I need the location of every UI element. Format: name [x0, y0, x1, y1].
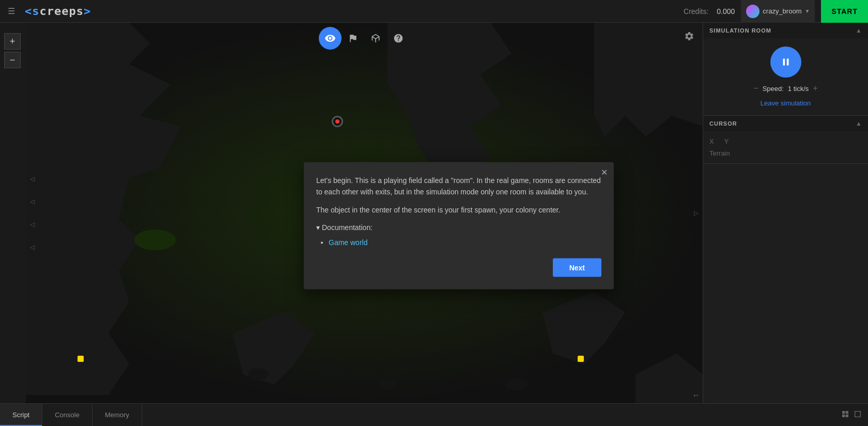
- avatar: [746, 5, 760, 18]
- tab-memory[interactable]: Memory: [92, 404, 142, 426]
- tab-memory-label: Memory: [105, 411, 129, 419]
- dialog-paragraph-1: Let's begin. This is a playing field cal…: [316, 175, 601, 198]
- zoom-in-button[interactable]: +: [4, 33, 21, 50]
- topbar-right: Credits: 0.000 crazy_broom ▼ START: [684, 0, 868, 23]
- svg-point-0: [134, 230, 176, 250]
- menu-button[interactable]: ☰: [0, 0, 23, 23]
- dialog-footer: Next: [316, 258, 601, 277]
- cursor-content: X Y Terrain: [703, 131, 868, 163]
- x-coord-label: X: [709, 138, 714, 145]
- username-label: crazy_broom: [763, 7, 801, 15]
- speed-label: Speed:: [763, 85, 784, 93]
- creep-dot: [335, 119, 339, 124]
- docs-header-label: Documentation:: [322, 222, 373, 233]
- bottom-right-marker: ↩: [693, 392, 699, 399]
- pause-button[interactable]: [770, 47, 801, 78]
- cursor-section-header[interactable]: CURSOR ▲: [703, 116, 868, 131]
- flag-icon: [348, 33, 358, 43]
- bottom-right-icons: [841, 404, 868, 426]
- dialog-body: Let's begin. This is a playing field cal…: [316, 175, 601, 248]
- logo-gt: >: [84, 5, 91, 18]
- credits-label: Credits:: [684, 7, 708, 16]
- cursor-coords: X Y: [709, 138, 862, 145]
- eye-icon: [324, 33, 336, 44]
- speed-value: 1 tick/s: [788, 85, 809, 93]
- start-button[interactable]: START: [821, 0, 868, 23]
- svg-point-3: [248, 368, 269, 381]
- speed-control: − Speed: 1 tick/s +: [753, 84, 817, 93]
- tab-script[interactable]: Script: [0, 404, 42, 426]
- simulation-room-title: SIMULATION ROOM: [709, 27, 771, 34]
- speed-decrease-button[interactable]: −: [753, 84, 758, 93]
- next-button[interactable]: Next: [553, 258, 601, 277]
- tab-console-label: Console: [55, 411, 80, 419]
- game-world-link[interactable]: Game world: [329, 238, 367, 246]
- settings-gear-icon[interactable]: [684, 31, 694, 44]
- speed-increase-button[interactable]: +: [813, 84, 817, 93]
- right-panel: SIMULATION ROOM ▲ − Speed: 1 tick/s + Le…: [703, 23, 868, 403]
- tab-script-label: Script: [12, 411, 29, 419]
- bottom-tabs: Script Console Memory: [0, 403, 868, 426]
- creep-marker: [332, 116, 343, 127]
- help-icon: [393, 33, 404, 43]
- leave-simulation-link[interactable]: Leave simulation: [761, 99, 811, 107]
- simulation-room-header[interactable]: SIMULATION ROOM ▲: [703, 23, 868, 38]
- logo-s: s: [32, 5, 39, 18]
- docs-arrow-icon: ▾: [316, 222, 320, 233]
- app-logo: <screeps>: [25, 5, 91, 18]
- zoom-controls: + −: [4, 33, 21, 68]
- dialog-docs-header: ▾ Documentation:: [316, 222, 601, 233]
- list-item: Game world: [329, 236, 601, 248]
- left-edge-markers: ◁◁◁◁: [30, 175, 35, 251]
- svg-point-5: [505, 379, 528, 390]
- tutorial-dialog: ✕ Let's begin. This is a playing field c…: [304, 162, 614, 290]
- cursor-terrain-label: Terrain: [709, 149, 862, 157]
- dialog-paragraph-2: The object in the center of the screen i…: [316, 204, 601, 215]
- resource-2: [78, 356, 84, 362]
- right-edge-markers: ▷: [694, 209, 699, 217]
- pause-icon: [780, 56, 792, 68]
- simulation-room-section: SIMULATION ROOM ▲ − Speed: 1 tick/s + Le…: [703, 23, 868, 116]
- dialog-close-button[interactable]: ✕: [601, 168, 608, 177]
- cursor-section: CURSOR ▲ X Y Terrain: [703, 116, 868, 164]
- logo-lt: <: [25, 5, 32, 18]
- map-tool-construct[interactable]: [364, 27, 387, 50]
- map-tool-help[interactable]: [387, 27, 410, 50]
- tab-console[interactable]: Console: [42, 404, 92, 426]
- dialog-docs-list: Game world: [316, 236, 601, 248]
- bottom-icon-2[interactable]: [854, 410, 862, 420]
- dialog-docs: ▾ Documentation: Game world: [316, 222, 601, 248]
- map-toolbar: [319, 27, 410, 50]
- bottom-icon-1[interactable]: [841, 410, 849, 420]
- chevron-down-icon: ▼: [804, 8, 810, 14]
- credits-value: 0.000: [717, 7, 735, 16]
- cursor-chevron-icon: ▲: [856, 120, 862, 127]
- user-area[interactable]: crazy_broom ▼: [741, 0, 815, 23]
- map-tool-flag[interactable]: [342, 27, 364, 50]
- cursor-section-title: CURSOR: [709, 120, 737, 127]
- logo-creeps: creeps: [40, 5, 84, 18]
- svg-point-4: [378, 379, 397, 390]
- resource-3: [578, 356, 584, 362]
- creep-body: [332, 116, 343, 127]
- zoom-out-button[interactable]: −: [4, 52, 21, 68]
- topbar: ☰ <screeps> Credits: 0.000 crazy_broom ▼…: [0, 0, 868, 23]
- simulation-chevron-icon: ▲: [856, 27, 862, 34]
- simulation-room-content: − Speed: 1 tick/s + Leave simulation: [703, 38, 868, 115]
- map-tool-view[interactable]: [319, 27, 342, 50]
- y-coord-label: Y: [724, 138, 729, 145]
- hamburger-icon: ☰: [8, 6, 15, 16]
- cube-icon: [370, 33, 381, 43]
